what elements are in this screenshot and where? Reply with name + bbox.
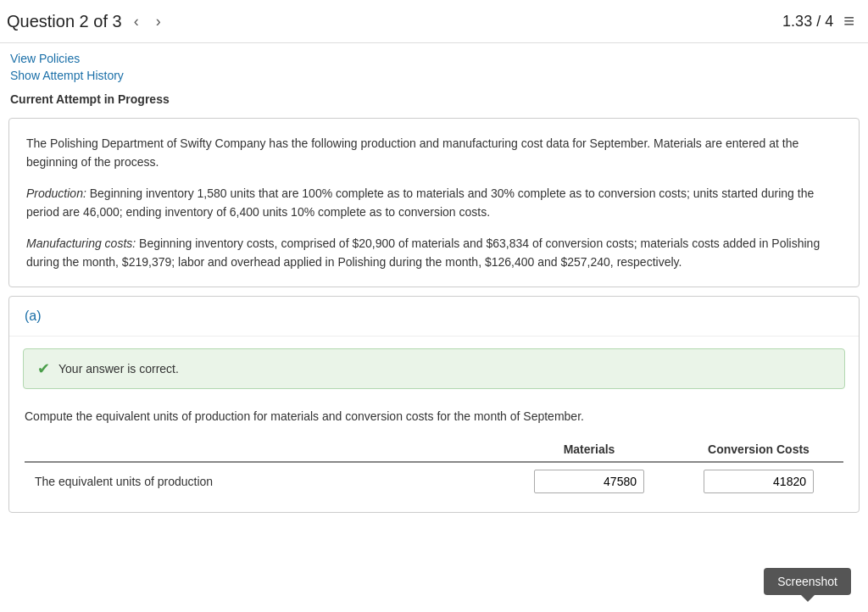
manufacturing-body: Beginning inventory costs, comprised of …: [26, 236, 820, 269]
col-empty-header: [25, 437, 504, 462]
current-attempt-label: Current Attempt in Progress: [0, 89, 868, 114]
score-display: 1.33 / 4: [782, 13, 833, 31]
problem-box: The Polishing Department of Swifty Compa…: [8, 118, 860, 287]
prev-button[interactable]: ‹: [129, 11, 144, 32]
manufacturing-label: Manufacturing costs:: [26, 236, 136, 250]
problem-paragraph3: Manufacturing costs: Beginning inventory…: [26, 234, 842, 272]
page-header: Question 2 of 3 ‹ › 1.33 / 4 ≡: [0, 0, 868, 43]
conversion-cell: [674, 462, 843, 500]
header-right: 1.33 / 4 ≡: [782, 10, 854, 32]
row-label: The equivalent units of production: [25, 462, 504, 500]
conversion-input[interactable]: [704, 470, 814, 493]
problem-paragraph2: Production: Beginning inventory 1,580 un…: [26, 184, 842, 222]
show-attempt-link[interactable]: Show Attempt History: [10, 69, 858, 82]
part-a-box: (a) ✔ Your answer is correct. Compute th…: [8, 296, 860, 513]
view-policies-link[interactable]: View Policies: [10, 52, 858, 65]
table-row: The equivalent units of production: [25, 462, 843, 500]
screenshot-button[interactable]: Screenshot: [764, 568, 851, 595]
production-body: Beginning inventory 1,580 units that are…: [26, 186, 814, 219]
col-materials-header: Materials: [504, 437, 674, 462]
table-header-row: Materials Conversion Costs: [25, 437, 843, 462]
materials-cell: [504, 462, 674, 500]
next-button[interactable]: ›: [151, 11, 166, 32]
part-a-label: (a): [25, 309, 42, 323]
question-instruction: Compute the equivalent units of producti…: [9, 401, 859, 437]
production-label: Production:: [26, 186, 86, 200]
materials-input[interactable]: [534, 470, 644, 493]
correct-banner: ✔ Your answer is correct.: [23, 348, 845, 389]
part-a-header: (a): [9, 297, 859, 337]
col-conversion-header: Conversion Costs: [674, 437, 843, 462]
list-icon[interactable]: ≡: [843, 10, 854, 32]
table-area: Materials Conversion Costs The equivalen…: [9, 437, 859, 512]
question-title: Question 2 of 3: [7, 12, 122, 31]
header-left: Question 2 of 3 ‹ ›: [7, 11, 166, 32]
links-area: View Policies Show Attempt History: [0, 43, 868, 89]
correct-text: Your answer is correct.: [58, 362, 179, 376]
checkmark-icon: ✔: [37, 359, 50, 378]
problem-paragraph1: The Polishing Department of Swifty Compa…: [26, 134, 842, 172]
answer-table: Materials Conversion Costs The equivalen…: [25, 437, 843, 500]
